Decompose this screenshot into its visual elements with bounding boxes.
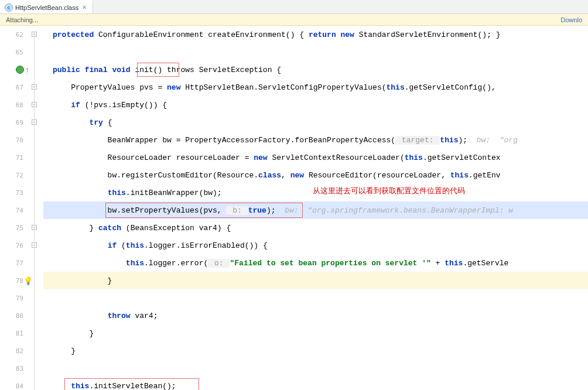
code-line: bw.registerCustomEditor(Resource.class, …	[43, 166, 588, 184]
close-icon[interactable]: ✕	[81, 4, 88, 11]
line-number: 65	[0, 43, 23, 61]
code-line: this.initServletBean();	[43, 377, 588, 390]
line-number: 73	[0, 184, 23, 201]
line-number: 62	[0, 26, 23, 43]
line-number-gutter: 62 65 66 67 68 69 70 71 72 73 74 75 76 7…	[0, 26, 29, 390]
line-number: 67	[0, 78, 23, 96]
code-line: }	[43, 342, 588, 360]
code-line: throw var4;	[43, 307, 588, 324]
line-number: 77	[0, 254, 23, 272]
code-area[interactable]: protected ConfigurableEnvironment create…	[43, 26, 588, 390]
line-number: 79	[0, 289, 23, 307]
code-line: } catch (BeansException var4) {	[43, 219, 588, 237]
status-attaching: Attaching...	[6, 16, 38, 23]
code-line: if (!pvs.isEmpty()) {	[43, 96, 588, 114]
line-number: 84	[0, 377, 23, 390]
download-link[interactable]: Downlo	[560, 16, 582, 23]
code-line: PropertyValues pvs = new HttpServletBean…	[43, 78, 588, 96]
line-number: 75	[0, 219, 23, 237]
code-line	[43, 289, 588, 307]
line-number: 74	[0, 201, 23, 219]
attaching-status-bar: Attaching... Downlo	[0, 14, 588, 26]
code-editor: 62 65 66 67 68 69 70 71 72 73 74 75 76 7…	[0, 26, 588, 390]
line-number: 72	[0, 166, 23, 184]
code-line: try {	[43, 114, 588, 131]
code-line	[43, 360, 588, 377]
code-line: BeanWrapper bw = PropertyAccessorFactory…	[43, 131, 588, 149]
code-line: bw.setPropertyValues(pvs, b: true); bw: …	[43, 201, 588, 219]
line-number: 80	[0, 307, 23, 324]
code-line: ResourceLoader resourceLoader = new Serv…	[43, 149, 588, 166]
tab-httpservletbean[interactable]: c HttpServletBean.class ✕	[0, 0, 93, 13]
code-line: }	[43, 324, 588, 342]
lightbulb-icon[interactable]: 💡	[23, 276, 33, 285]
editor-tab-bar: c HttpServletBean.class ✕	[0, 0, 588, 14]
line-number: 82	[0, 342, 23, 360]
line-number: 83	[0, 360, 23, 377]
code-line: }	[43, 272, 588, 289]
code-line	[43, 43, 588, 61]
code-line: if (this.logger.isErrorEnabled()) {	[43, 237, 588, 254]
line-number: 70	[0, 131, 23, 149]
line-number: 68	[0, 96, 23, 114]
override-method-icon[interactable]	[16, 66, 24, 74]
line-number: 69	[0, 114, 23, 131]
tab-filename: HttpServletBean.class	[15, 4, 78, 11]
fold-gutter: − ↑ − − − − − 💡	[29, 26, 43, 390]
arrow-up-icon: ↑	[25, 65, 29, 74]
line-number: 71	[0, 149, 23, 166]
code-line: protected ConfigurableEnvironment create…	[43, 26, 588, 43]
line-number: 78	[0, 272, 23, 289]
code-line: public final void init() throws ServletE…	[43, 61, 588, 78]
line-number: 81	[0, 324, 23, 342]
line-number: 76	[0, 237, 23, 254]
annotation-text: 从这里进去可以看到获取配置文件位置的代码	[313, 186, 465, 196]
class-icon: c	[5, 4, 13, 12]
code-line: this.logger.error( o: "Failed to set bea…	[43, 254, 588, 272]
